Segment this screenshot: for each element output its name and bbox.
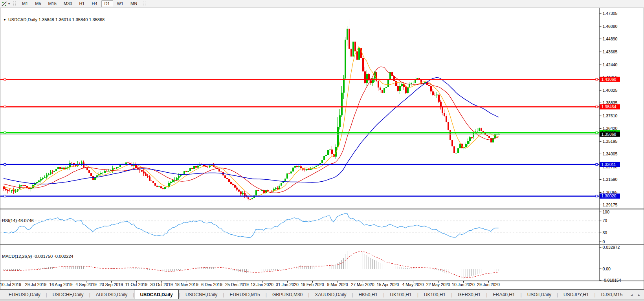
svg-text:10 Jun 2020: 10 Jun 2020: [452, 282, 475, 287]
svg-text:100: 100: [603, 210, 610, 214]
fast-ma-line: [4, 47, 499, 197]
svg-text:70: 70: [603, 218, 607, 223]
svg-text:25 Dec 2019: 25 Dec 2019: [225, 282, 249, 287]
svg-text:1.35195: 1.35195: [603, 139, 618, 144]
svg-text:30 Oct 2019: 30 Oct 2019: [150, 282, 172, 287]
crosshair-tool-icon[interactable]: [1, 1, 8, 7]
chart-tab-audusd-daily[interactable]: AUDUSD,Daily: [90, 290, 133, 299]
timeframe-button-d1[interactable]: D1: [101, 0, 113, 7]
svg-text:1.29175: 1.29175: [603, 202, 618, 207]
chart-title: ▼USDCAD,Daily 1.35848 1.36014 1.35840 1.…: [3, 17, 105, 22]
date-axis: 10 Jul 201929 Jul 201916 Aug 20194 Sep 2…: [0, 281, 500, 287]
chart-tab-usdjpy-h1[interactable]: USDJPY,H1: [558, 290, 594, 299]
svg-text:1.37610: 1.37610: [603, 113, 618, 118]
horizontal-levels[interactable]: [0, 78, 599, 197]
level-handle: [596, 164, 598, 166]
timeframe-button-m15[interactable]: M15: [45, 0, 60, 7]
toolbar-grip[interactable]: [13, 1, 16, 6]
svg-text:27 Mar 2020: 27 Mar 2020: [351, 282, 374, 287]
svg-text:22 May 2020: 22 May 2020: [426, 282, 450, 287]
svg-text:11 Oct 2019: 11 Oct 2019: [125, 282, 148, 287]
top-toolbar: ▾ M1M5M15M30H1H4D1W1MN: [0, 0, 644, 8]
level-price-label: 1.30020: [602, 193, 616, 198]
svg-text:4 Sep 2019: 4 Sep 2019: [75, 282, 97, 287]
svg-text:29 Jun 2020: 29 Jun 2020: [477, 282, 500, 287]
chart-canvas[interactable]: 1.473051.460801.448901.436651.424401.412…: [0, 8, 644, 290]
mt4-app: ▾ M1M5M15M30H1H4D1W1MN 1.473051.460801.4…: [0, 0, 644, 301]
svg-text:-0.018154: -0.018154: [603, 278, 621, 283]
chart-tab-uk100-h1[interactable]: UK100,H1: [418, 290, 451, 299]
timeframe-button-m1[interactable]: M1: [19, 0, 31, 7]
svg-text:0.032972: 0.032972: [603, 245, 620, 250]
chart-menu-caret-icon[interactable]: ▼: [3, 18, 6, 22]
svg-text:10 Jul 2019: 10 Jul 2019: [0, 282, 21, 287]
svg-text:4 May 2020: 4 May 2020: [402, 282, 424, 287]
svg-text:23 Sep 2019: 23 Sep 2019: [99, 282, 123, 287]
timeframe-button-h1[interactable]: H1: [76, 0, 88, 7]
chart-tab-hk50-h1[interactable]: HK50,H1: [353, 290, 383, 299]
timeframe-buttons: M1M5M15M30H1H4D1W1MN: [18, 0, 141, 7]
timeframe-button-m5[interactable]: M5: [32, 0, 44, 7]
svg-text:16 Aug 2019: 16 Aug 2019: [50, 282, 73, 287]
chart-tab-xauusd-daily[interactable]: XAUUSD,Daily: [309, 290, 352, 299]
slow-ma-line: [4, 78, 499, 184]
timeframe-button-m30[interactable]: M30: [61, 0, 75, 7]
timeframe-button-mn[interactable]: MN: [127, 0, 140, 7]
macd-panel-content: [4, 249, 499, 279]
toolbar-grip-2[interactable]: [143, 1, 145, 6]
svg-text:1.43665: 1.43665: [603, 49, 618, 54]
tool-dropdown-caret-icon[interactable]: ▾: [8, 2, 10, 5]
chart-tab-usdcad-daily[interactable]: USDCAD,Daily: [134, 290, 178, 299]
chart-tab-fra40-h1[interactable]: FRA40,H1: [487, 290, 520, 299]
chart-tabs: EURUSD,Daily|USDCHF,Daily|AUDUSD,Daily|U…: [0, 290, 644, 299]
level-handle: [4, 195, 6, 197]
svg-text:1.40025: 1.40025: [603, 88, 618, 93]
chart-tab-usoil-daily[interactable]: USOil,Daily: [522, 290, 557, 299]
svg-text:1.34005: 1.34005: [603, 151, 618, 156]
moving-averages: [4, 47, 499, 197]
chart-tab-uk100-h1[interactable]: UK100,H1: [384, 290, 417, 299]
chart-tab-eurusd-m15[interactable]: EURUSD,M15: [224, 290, 265, 299]
svg-text:1.31590: 1.31590: [603, 177, 618, 182]
level-handle: [4, 78, 6, 80]
tabs-scroll-right-icon[interactable]: ▸: [638, 293, 640, 297]
chart-tab-usdchf-daily[interactable]: USDCHF,Daily: [47, 290, 89, 299]
tabs-scroll-left-icon[interactable]: ◂: [631, 293, 633, 297]
mid-ma-line: [4, 67, 499, 193]
level-handle: [596, 78, 598, 80]
rsi-line: [4, 213, 499, 238]
level-price-label: 1.33011: [602, 162, 616, 167]
price-axis: 1.473051.460801.448901.436651.424401.412…: [600, 11, 621, 283]
svg-text:15 Apr 2020: 15 Apr 2020: [377, 282, 399, 287]
svg-text:1.42440: 1.42440: [603, 62, 618, 67]
level-handle: [4, 132, 6, 134]
level-handle: [596, 106, 598, 108]
chart-tab-list: EURUSD,Daily|USDCHF,Daily|AUDUSD,Daily|U…: [0, 290, 628, 299]
chart-title-text: USDCAD,Daily 1.35848 1.36014 1.35840 1.3…: [8, 17, 105, 22]
svg-text:1.44890: 1.44890: [603, 36, 618, 41]
level-handle: [4, 106, 6, 108]
level-handle: [596, 132, 598, 134]
chart-tab-gbpusd-m30[interactable]: GBPUSD,M30: [267, 290, 308, 299]
chart-tab-dj30-m15[interactable]: DJ30,M15: [596, 290, 628, 299]
macd-label: MACD(12,26,9) -0.001750 -0.002224: [2, 254, 73, 259]
level-price-label: 1.41060: [602, 77, 616, 82]
status-bar: [0, 299, 644, 301]
level-price-label: 1.35868: [602, 132, 616, 137]
svg-text:0.00: 0.00: [603, 266, 611, 271]
svg-text:30: 30: [603, 230, 607, 235]
timeframe-button-h4[interactable]: H4: [88, 0, 100, 7]
chart-tab-usdcnh-daily[interactable]: USDCNH,Daily: [180, 290, 223, 299]
candles: [3, 19, 500, 201]
timeframe-button-w1[interactable]: W1: [114, 0, 127, 7]
svg-text:19 Feb 2020: 19 Feb 2020: [301, 282, 324, 287]
svg-text:29 Jul 2019: 29 Jul 2019: [25, 282, 46, 287]
chart-tab-ger30-h1[interactable]: GER30,H1: [452, 290, 486, 299]
chart-tab-eurusd-daily[interactable]: EURUSD,Daily: [3, 290, 46, 299]
rsi-panel-content: [0, 213, 599, 238]
level-handle: [596, 195, 598, 197]
svg-text:0: 0: [603, 239, 605, 244]
svg-text:9 Mar 2020: 9 Mar 2020: [327, 282, 348, 287]
tabs-scroll: ◂ ▸: [631, 290, 640, 299]
svg-text:18 Nov 2019: 18 Nov 2019: [175, 282, 198, 287]
